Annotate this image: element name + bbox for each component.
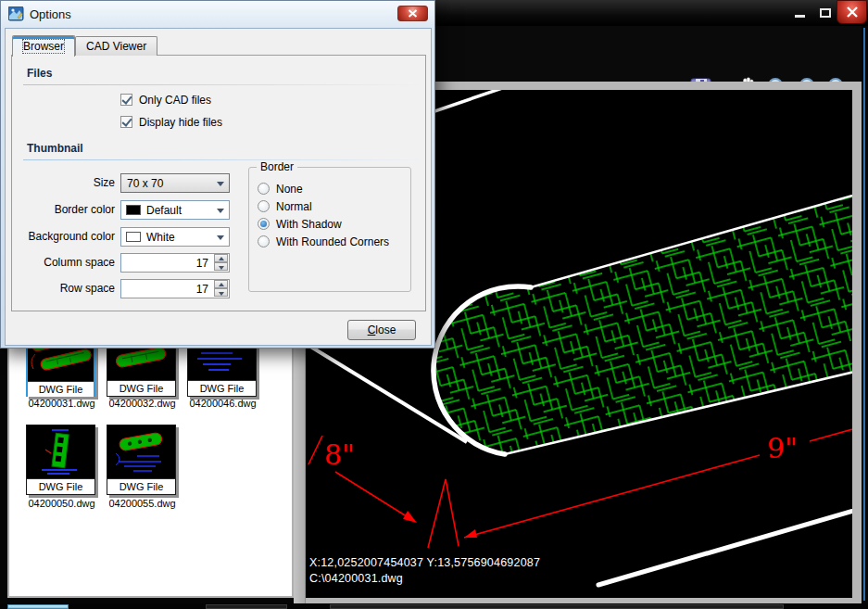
thumbnail-type-label: DWG File — [188, 380, 256, 396]
background-color-combobox[interactable]: White — [120, 227, 230, 247]
maximize-button[interactable] — [812, 4, 837, 21]
dialog-titlebar[interactable]: Options — [1, 1, 434, 27]
dialog-title: Options — [30, 7, 71, 21]
display-hide-files-checkbox[interactable] — [120, 116, 132, 128]
spin-down-icon[interactable] — [214, 262, 228, 271]
filename-label[interactable]: 04200050.dwg — [21, 498, 102, 509]
tab-browser[interactable]: Browser — [12, 35, 75, 57]
close-icon — [846, 6, 859, 18]
thumbnail-image — [27, 425, 94, 478]
thumbnail-04200050[interactable]: DWG File — [26, 425, 95, 495]
thumbnail-image — [107, 425, 175, 478]
size-label: Size — [12, 173, 115, 193]
thumbnail-type-label: DWG File — [28, 381, 94, 397]
border-with-shadow-radio[interactable] — [258, 218, 270, 230]
status-file-path: C:\04200031.dwg — [309, 572, 403, 585]
border-color-label: Border color — [12, 200, 115, 220]
border-none-radio[interactable] — [258, 183, 270, 195]
dialog-body: Browser CAD Viewer Files Only CAD files … — [5, 28, 432, 346]
background-color-label: Background color — [12, 227, 115, 247]
thumbnail-04200055[interactable]: DWG File — [107, 425, 176, 495]
border-color-swatch — [126, 205, 141, 215]
border-color-combobox[interactable]: Default — [120, 200, 230, 220]
row-space-label: Row space — [12, 279, 115, 298]
close-button[interactable]: Close — [347, 320, 416, 340]
dimension-label-9: 9" — [767, 432, 798, 464]
filename-label[interactable]: 04200031.dwg — [21, 398, 102, 409]
spin-up-icon[interactable] — [214, 280, 228, 288]
size-combobox[interactable]: 70 x 70 — [120, 173, 230, 193]
border-groupbox: Border None Normal With Shadow With Roun… — [248, 167, 411, 292]
dimension-label-8: 8" — [324, 438, 355, 471]
border-with-shadow-label: With Shadow — [276, 218, 342, 231]
status-coordinates: X:12,0252007454037 Y:13,5756904692087 — [309, 556, 540, 569]
tab-cad-viewer[interactable]: CAD Viewer — [75, 36, 157, 56]
background-color-swatch — [126, 232, 141, 242]
column-space-label: Column space — [12, 253, 115, 273]
dialog-close-button[interactable] — [397, 6, 428, 21]
options-dialog: Options Browser CAD Viewer Files Only CA… — [0, 0, 435, 349]
close-icon — [408, 9, 418, 18]
window-edge — [863, 28, 865, 601]
section-divider — [23, 84, 420, 85]
thumbnail-section-header: Thumbnail — [27, 142, 83, 155]
spin-down-icon[interactable] — [214, 288, 228, 297]
taskbar-sliver — [0, 603, 868, 609]
minimize-icon — [795, 15, 805, 18]
chevron-down-icon — [217, 209, 224, 213]
files-section-header: Files — [27, 67, 52, 80]
taskbar-button[interactable] — [206, 604, 287, 609]
only-cad-files-checkbox[interactable] — [120, 94, 132, 106]
options-dialog-icon — [8, 6, 24, 21]
border-normal-label: Normal — [276, 200, 312, 213]
minimize-button[interactable] — [787, 4, 812, 21]
chevron-down-icon — [217, 235, 224, 240]
thumbnail-type-label: DWG File — [107, 478, 175, 494]
taskbar-button[interactable] — [330, 604, 784, 609]
browser-tab-page: Files Only CAD files Display hide files … — [11, 55, 426, 311]
border-none-label: None — [276, 183, 303, 196]
thumbnail-type-label: DWG File — [107, 380, 175, 396]
display-hide-files-label: Display hide files — [139, 116, 222, 129]
column-space-stepper[interactable]: 17 — [120, 253, 230, 273]
filename-label[interactable]: 04200055.dwg — [102, 498, 182, 509]
only-cad-files-label: Only CAD files — [139, 94, 211, 107]
chevron-down-icon — [217, 182, 224, 186]
filename-label[interactable]: 04200032.dwg — [102, 398, 182, 409]
dialog-tabs: Browser CAD Viewer — [12, 34, 157, 56]
border-group-title: Border — [257, 160, 297, 173]
border-rounded-corners-label: With Rounded Corners — [276, 235, 389, 248]
spin-up-icon[interactable] — [214, 254, 228, 262]
filename-label[interactable]: 04200046.dwg — [182, 398, 263, 409]
border-rounded-corners-radio[interactable] — [258, 235, 270, 247]
thumbnail-type-label: DWG File — [27, 478, 94, 494]
taskbar-start-button[interactable] — [7, 604, 69, 609]
maximize-icon — [820, 8, 831, 18]
row-space-stepper[interactable]: 17 — [120, 279, 230, 298]
border-normal-radio[interactable] — [258, 200, 270, 212]
section-divider — [23, 159, 420, 160]
close-window-button[interactable] — [837, 0, 867, 24]
